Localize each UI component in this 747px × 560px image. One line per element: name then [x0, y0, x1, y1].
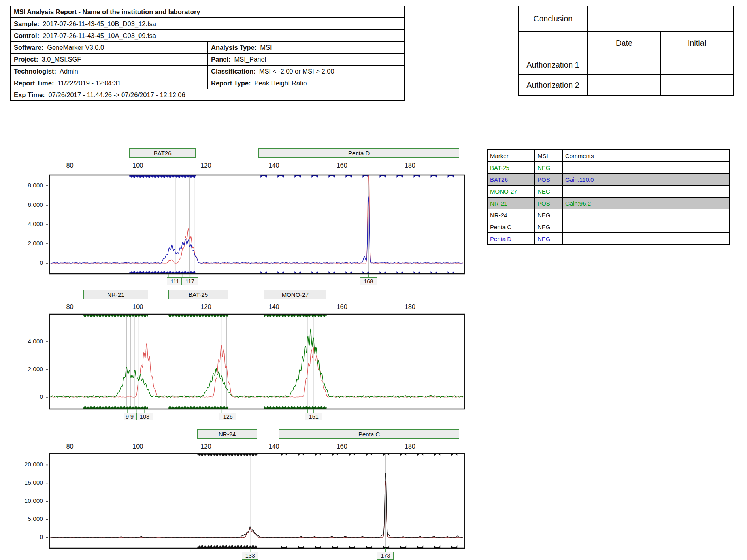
allele-size-label: 151: [306, 413, 322, 420]
report-field-value: 07/26/2017 - 11:44:26 -> 07/26/2017 - 12…: [49, 91, 185, 98]
signoff-table: Conclusion Date Initial Authorization 1 …: [518, 6, 734, 96]
report-field-value: MSI_Panel: [234, 56, 266, 63]
msi-col-header: MSI: [535, 150, 562, 162]
msi-call-cell: NEG: [535, 233, 562, 245]
marker-row: BAT26POSGain:110.0: [487, 173, 729, 185]
allele-size-label: 117: [181, 277, 198, 285]
msi-call-cell: POS: [535, 173, 562, 185]
report-row: Report Time:11/22/2019 - 12:04:31Report …: [10, 77, 405, 89]
comment-cell: [562, 209, 729, 221]
sample-trace: [51, 329, 463, 397]
report-field-value: 2017-07-26-11-43-45_10A_C03_09.fsa: [43, 32, 156, 39]
report-field-value: 11/22/2019 - 12:04:31: [57, 79, 121, 87]
marker-row: BAT-25NEG: [487, 162, 729, 173]
msi-call-cell: NEG: [535, 209, 562, 221]
marker-name-cell: BAT26: [487, 173, 535, 185]
report-field-value: 3.0_MSI.SGF: [42, 56, 81, 63]
report-cell: Control:2017-07-26-11-43-45_10A_C03_09.f…: [10, 30, 405, 41]
sample-trace: [51, 197, 463, 263]
report-field-label: Exp Time:: [14, 91, 45, 98]
sample-trace: [51, 473, 463, 538]
report-field-label: Control:: [14, 32, 39, 39]
comment-cell: [562, 233, 729, 245]
report-cell: Report Time:11/22/2019 - 12:04:31: [10, 77, 208, 89]
conclusion-value-cell[interactable]: [588, 6, 733, 31]
report-header-table: MSI Analysis Report - Name of the instit…: [10, 6, 405, 101]
chart-nr21-bat25-mono27: NR-21BAT-25MONO-278010012014016018002,00…: [10, 286, 484, 425]
report-field-value: 2017-07-26-11-43-45_10B_D03_12.fsa: [43, 20, 156, 27]
marker-name-cell: Penta D: [487, 233, 535, 245]
electropherogram-plot-nr21-bat25-mono27: [10, 286, 484, 425]
marker-name-cell: NR-24: [487, 209, 535, 221]
initial-column-header: Initial: [660, 31, 733, 55]
report-cell: Report Type:Peak Height Ratio: [208, 77, 405, 89]
report-cell: Exp Time:07/26/2017 - 11:44:26 -> 07/26/…: [10, 89, 405, 101]
report-title-cell: MSI Analysis Report - Name of the instit…: [10, 6, 405, 18]
report-field-label: Analysis Type:: [211, 44, 257, 51]
marker-row: NR-24NEG: [487, 209, 729, 221]
comments-col-header: Comments: [562, 150, 729, 162]
report-field-label: Report Time:: [14, 79, 54, 87]
report-cell: Technologist:Admin: [10, 65, 208, 77]
marker-name-cell: MONO-27: [487, 185, 535, 197]
control-trace: [51, 343, 463, 397]
marker-result-table: Marker MSI Comments BAT-25NEGBAT26POSGai…: [487, 149, 730, 245]
marker-col-header: Marker: [487, 150, 535, 162]
report-field-label: Report Type:: [211, 79, 251, 87]
report-row: Technologist:AdminClassification:MSI < -…: [10, 65, 405, 77]
comment-cell: [562, 162, 729, 173]
msi-call-cell: NEG: [535, 162, 562, 173]
conclusion-label: Conclusion: [518, 6, 588, 31]
msi-call-cell: NEG: [535, 185, 562, 197]
report-field-value: MSI: [260, 44, 272, 51]
allele-size-label: 173: [377, 552, 394, 560]
comment-cell: [562, 185, 729, 197]
report-title: MSI Analysis Report - Name of the instit…: [14, 8, 200, 15]
report-field-label: Panel:: [211, 56, 231, 63]
marker-name-cell: NR-21: [487, 197, 535, 209]
report-row: Control:2017-07-26-11-43-45_10A_C03_09.f…: [10, 30, 405, 41]
marker-name-cell: Penta C: [487, 221, 535, 233]
chart-bat26-pentad: BAT26Penta D8010012014016018002,0004,000…: [10, 144, 484, 291]
report-row: Software:GeneMarker V3.0.0Analysis Type:…: [10, 41, 405, 53]
plot-border: [49, 175, 464, 274]
authorization1-initial-cell[interactable]: [660, 55, 733, 75]
allele-size-label: 103: [136, 413, 153, 420]
report-cell: Project:3.0_MSI.SGF: [10, 53, 208, 65]
authorization2-date-cell[interactable]: [588, 75, 660, 95]
report-cell: Classification:MSI < -2.00 or MSI > 2.00: [208, 65, 405, 77]
report-cell: Sample:2017-07-26-11-43-45_10B_D03_12.fs…: [10, 18, 405, 30]
comment-cell: Gain:110.0: [562, 173, 729, 185]
marker-name-cell: BAT-25: [487, 162, 535, 173]
report-cell: Software:GeneMarker V3.0.0: [10, 41, 208, 53]
report-cell: Panel:MSI_Panel: [208, 53, 405, 65]
allele-size-label: 168: [360, 277, 377, 285]
control-trace: [51, 176, 463, 264]
plot-border: [49, 314, 464, 409]
electropherogram-plot-bat26-pentad: [10, 144, 484, 291]
plot-border: [49, 453, 464, 548]
report-field-value: Peak Height Ratio: [255, 79, 307, 87]
report-field-value: GeneMarker V3.0.0: [47, 44, 104, 51]
report-field-label: Software:: [14, 44, 43, 51]
report-field-label: Classification:: [211, 68, 256, 75]
allele-size-label: 133: [242, 552, 258, 560]
date-column-header: Date: [588, 31, 660, 55]
allele-size-label: 126: [220, 413, 236, 420]
authorization1-label: Authorization 1: [518, 55, 588, 75]
chart-nr24-pentac: NR-24Penta C8010012014016018005,00010,00…: [10, 425, 484, 560]
authorization2-initial-cell[interactable]: [660, 75, 733, 95]
marker-row: MONO-27NEG: [487, 185, 729, 197]
report-field-label: Sample:: [14, 20, 39, 27]
signoff-blank-cell: [518, 31, 588, 55]
report-field-value: Admin: [60, 68, 78, 75]
marker-row: Penta CNEG: [487, 221, 729, 233]
report-row: Exp Time:07/26/2017 - 11:44:26 -> 07/26/…: [10, 89, 405, 101]
msi-call-cell: POS: [535, 197, 562, 209]
authorization2-label: Authorization 2: [518, 75, 588, 95]
electropherogram-plot-nr24-pentac: [10, 425, 484, 560]
authorization1-date-cell[interactable]: [588, 55, 660, 75]
report-field-label: Technologist:: [14, 68, 56, 75]
report-field-label: Project:: [14, 56, 38, 63]
report-cell: Analysis Type:MSI: [208, 41, 405, 53]
